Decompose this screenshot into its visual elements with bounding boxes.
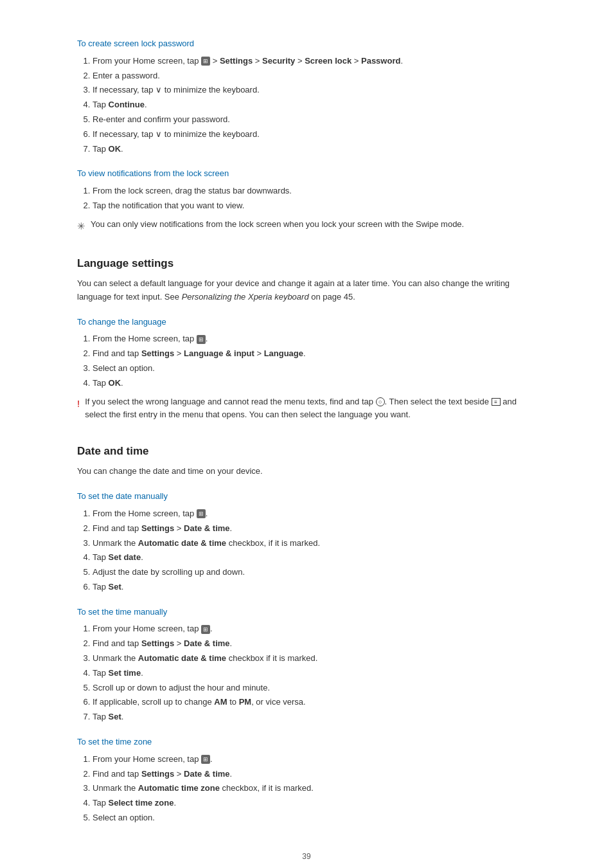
date-time-section: Date and time You can change the date an…	[77, 442, 536, 825]
set-date-subsection: To set the date manually From the Home s…	[77, 490, 536, 594]
step-item: If necessary, tap ∨ to minimize the keyb…	[93, 84, 536, 97]
warning-note: ! If you select the wrong language and c…	[77, 395, 536, 422]
step-item: Adjust the date by scrolling up and down…	[93, 566, 536, 579]
notifications-lock-section: To view notifications from the lock scre…	[77, 167, 536, 233]
step-item: Find and tap Settings > Date & time.	[93, 768, 536, 781]
set-time-steps: From your Home screen, tap ⊞. Find and t…	[93, 622, 536, 724]
screen-lock-section: To create screen lock password From your…	[77, 37, 536, 156]
tip-note: ✳ You can only view notifications from t…	[77, 218, 536, 234]
tip-text: You can only view notifications from the…	[91, 218, 464, 231]
step-item: Scroll up or down to adjust the hour and…	[93, 682, 536, 695]
set-time-title: To set the time manually	[77, 606, 536, 619]
step-item: Tap OK.	[93, 377, 536, 390]
step-item: From your Home screen, tap ⊞.	[93, 753, 536, 766]
step-item: Tap Set date.	[93, 551, 536, 565]
notifications-lock-title: To view notifications from the lock scre…	[77, 167, 536, 181]
warning-icon: !	[77, 396, 80, 411]
warning-text: If you select the wrong language and can…	[85, 395, 536, 422]
change-language-title: To change the language	[77, 316, 536, 329]
step-item: Select an option.	[93, 811, 536, 825]
step-item: Find and tap Settings > Language & input…	[93, 347, 536, 361]
date-time-heading: Date and time	[77, 442, 536, 460]
set-date-steps: From the Home screen, tap ⊞. Find and ta…	[93, 507, 536, 594]
language-settings-description: You can select a default language for yo…	[77, 277, 536, 304]
step-item: From the Home screen, tap ⊞.	[93, 507, 536, 521]
screen-lock-title: To create screen lock password	[77, 37, 536, 51]
screen-lock-steps: From your Home screen, tap ⊞ > Settings …	[93, 55, 536, 156]
step-item: Tap Set time.	[93, 667, 536, 680]
step-item: Find and tap Settings > Date & time.	[93, 522, 536, 536]
step-item: From your Home screen, tap ⊞.	[93, 622, 536, 636]
set-time-subsection: To set the time manually From your Home …	[77, 606, 536, 724]
step-item: Re-enter and confirm your password.	[93, 113, 536, 127]
step-item: From the Home screen, tap ⊞.	[93, 332, 536, 346]
step-item: Enter a password.	[93, 69, 536, 83]
step-item: If necessary, tap ∨ to minimize the keyb…	[93, 128, 536, 141]
step-item: Select an option.	[93, 362, 536, 375]
step-item: Tap Set.	[93, 581, 536, 594]
page-footer: 39 This is an Internet version of this p…	[77, 851, 536, 868]
step-item: Unmark the Automatic time zone checkbox,…	[93, 782, 536, 795]
step-item: Tap Continue.	[93, 98, 536, 112]
step-item: Tap Set.	[93, 710, 536, 724]
notifications-lock-steps: From the lock screen, drag the status ba…	[93, 185, 536, 213]
step-item: Find and tap Settings > Date & time.	[93, 637, 536, 651]
date-time-description: You can change the date and time on your…	[77, 465, 536, 478]
page-number: 39	[77, 851, 536, 863]
step-item: Unmark the Automatic date & time checkbo…	[93, 537, 536, 550]
change-language-subsection: To change the language From the Home scr…	[77, 316, 536, 422]
tip-icon: ✳	[77, 219, 85, 234]
set-timezone-subsection: To set the time zone From your Home scre…	[77, 736, 536, 825]
set-timezone-steps: From your Home screen, tap ⊞. Find and t…	[93, 753, 536, 825]
step-item: Tap Select time zone.	[93, 797, 536, 810]
step-item: Tap OK.	[93, 143, 536, 156]
language-settings-heading: Language settings	[77, 255, 536, 272]
step-item: Tap the notification that you want to vi…	[93, 199, 536, 213]
step-item: From the lock screen, drag the status ba…	[93, 185, 536, 198]
step-item: If applicable, scroll up to change AM to…	[93, 696, 536, 709]
set-date-title: To set the date manually	[77, 490, 536, 503]
step-item: From your Home screen, tap ⊞ > Settings …	[93, 55, 536, 68]
language-settings-section: Language settings You can select a defau…	[77, 255, 536, 422]
set-timezone-title: To set the time zone	[77, 736, 536, 749]
change-language-steps: From the Home screen, tap ⊞. Find and ta…	[93, 332, 536, 390]
step-item: Unmark the Automatic date & time checkbo…	[93, 652, 536, 665]
